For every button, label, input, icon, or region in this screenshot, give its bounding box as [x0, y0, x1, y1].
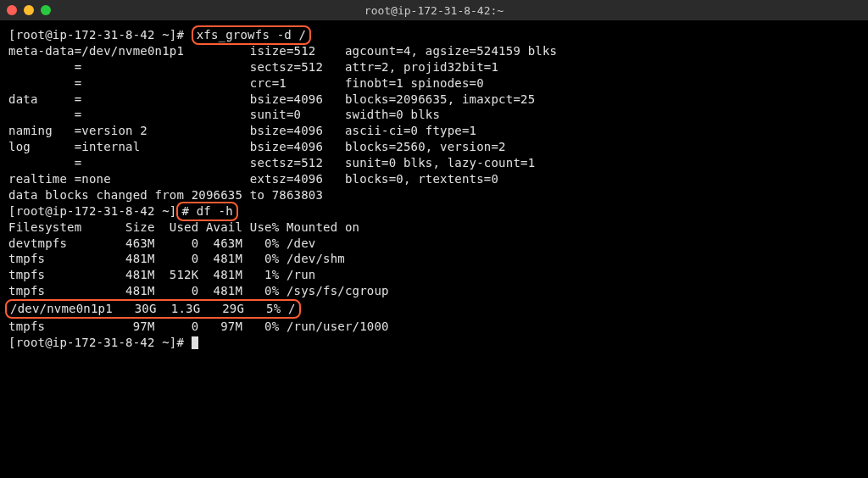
maximize-button[interactable] [41, 5, 51, 15]
df-row: tmpfs 481M 0 481M 0% /sys/fs/cgroup [8, 284, 389, 297]
xfs-output-line: = sunit=0 swidth=0 blks [8, 108, 440, 121]
xfs-output-line: = crc=1 finobt=1 spinodes=0 [8, 76, 484, 90]
window-title: root@ip-172-31-8-42:~ [364, 4, 504, 17]
close-button[interactable] [7, 5, 17, 15]
xfs-output-line: naming =version 2 bsize=4096 ascii-ci=0 … [8, 124, 476, 137]
prompt: [root@ip-172-31-8-42 ~] [8, 204, 176, 218]
df-row: tmpfs 481M 0 481M 0% /dev/shm [8, 252, 345, 265]
traffic-lights [7, 5, 51, 15]
titlebar[interactable]: root@ip-172-31-8-42:~ [0, 0, 868, 20]
df-row: tmpfs 481M 512K 481M 1% /run [8, 268, 315, 281]
minimize-button[interactable] [24, 5, 34, 15]
xfs-output-line: data blocks changed from 2096635 to 7863… [8, 188, 323, 202]
df-row-highlighted: /dev/nvme0n1p1 30G 1.3G 29G 5% / [5, 299, 301, 319]
xfs-output-line: log =internal bsize=4096 blocks=2560, ve… [8, 140, 506, 153]
prompt: [root@ip-172-31-8-42 ~]# [8, 28, 192, 42]
terminal-window: root@ip-172-31-8-42:~ [root@ip-172-31-8-… [0, 0, 868, 478]
xfs-output-line: = sectsz=512 attr=2, projid32bit=1 [8, 60, 498, 74]
xfs-output-line: meta-data=/dev/nvme0n1p1 isize=512 agcou… [8, 44, 557, 58]
xfs-output-line: data = bsize=4096 blocks=2096635, imaxpc… [8, 92, 535, 106]
cursor [192, 336, 198, 349]
df-row: devtmpfs 463M 0 463M 0% /dev [8, 236, 315, 250]
xfs-output-line: realtime =none extsz=4096 blocks=0, rtex… [8, 172, 498, 186]
terminal-content[interactable]: [root@ip-172-31-8-42 ~]# xfs_growfs -d /… [0, 20, 868, 358]
prompt: [root@ip-172-31-8-42 ~]# [8, 336, 192, 349]
df-row: tmpfs 97M 0 97M 0% /run/user/1000 [8, 320, 389, 333]
xfs-output-line: = sectsz=512 sunit=0 blks, lazy-count=1 [8, 156, 535, 170]
command-df: # df -h [176, 202, 237, 221]
command-xfs-growfs: xfs_growfs -d / [192, 25, 311, 45]
df-header: Filesystem Size Used Avail Use% Mounted … [8, 220, 359, 234]
